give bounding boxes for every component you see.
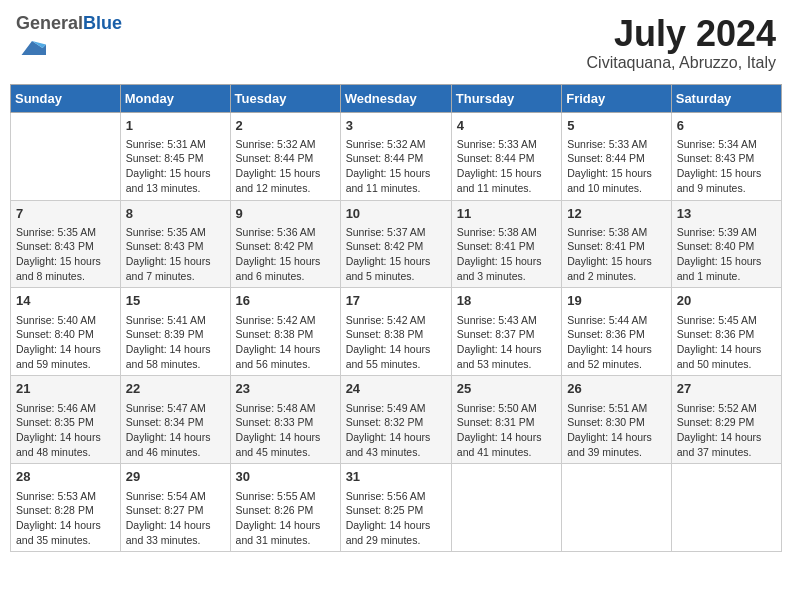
cell-text: Daylight: 14 hours [126,342,225,357]
table-row: 2Sunrise: 5:32 AMSunset: 8:44 PMDaylight… [230,112,340,200]
day-number: 4 [457,117,556,135]
table-row: 25Sunrise: 5:50 AMSunset: 8:31 PMDayligh… [451,376,561,464]
cell-text: and 2 minutes. [567,269,666,284]
cell-text: and 56 minutes. [236,357,335,372]
cell-text: and 1 minute. [677,269,776,284]
cell-text: Sunset: 8:36 PM [677,327,776,342]
table-row [562,464,672,552]
cell-text: Sunset: 8:26 PM [236,503,335,518]
cell-text: Daylight: 15 hours [567,254,666,269]
cell-text: Sunset: 8:41 PM [457,239,556,254]
day-number: 12 [567,205,666,223]
cell-text: Sunrise: 5:42 AM [346,313,446,328]
logo: GeneralBlue [16,14,122,66]
table-row: 29Sunrise: 5:54 AMSunset: 8:27 PMDayligh… [120,464,230,552]
cell-text: Daylight: 15 hours [236,254,335,269]
cell-text: Sunrise: 5:43 AM [457,313,556,328]
cell-text: and 46 minutes. [126,445,225,460]
cell-text: Sunrise: 5:38 AM [567,225,666,240]
table-row: 5Sunrise: 5:33 AMSunset: 8:44 PMDaylight… [562,112,672,200]
cell-text: and 55 minutes. [346,357,446,372]
table-row: 9Sunrise: 5:36 AMSunset: 8:42 PMDaylight… [230,200,340,288]
day-number: 13 [677,205,776,223]
cell-text: Sunrise: 5:51 AM [567,401,666,416]
day-number: 31 [346,468,446,486]
day-number: 26 [567,380,666,398]
cell-text: Sunset: 8:28 PM [16,503,115,518]
table-row: 21Sunrise: 5:46 AMSunset: 8:35 PMDayligh… [11,376,121,464]
day-number: 15 [126,292,225,310]
cell-text: Sunrise: 5:52 AM [677,401,776,416]
cell-text: Sunrise: 5:37 AM [346,225,446,240]
cell-text: Daylight: 14 hours [236,518,335,533]
cell-text: and 9 minutes. [677,181,776,196]
cell-text: Daylight: 15 hours [236,166,335,181]
cell-text: Daylight: 15 hours [346,166,446,181]
calendar-week-row: 1Sunrise: 5:31 AMSunset: 8:45 PMDaylight… [11,112,782,200]
day-number: 20 [677,292,776,310]
table-row: 20Sunrise: 5:45 AMSunset: 8:36 PMDayligh… [671,288,781,376]
cell-text: Sunset: 8:33 PM [236,415,335,430]
cell-text: Sunrise: 5:48 AM [236,401,335,416]
cell-text: and 31 minutes. [236,533,335,548]
cell-text: and 48 minutes. [16,445,115,460]
cell-text: and 7 minutes. [126,269,225,284]
table-row: 13Sunrise: 5:39 AMSunset: 8:40 PMDayligh… [671,200,781,288]
cell-text: and 35 minutes. [16,533,115,548]
cell-text: Sunset: 8:44 PM [236,151,335,166]
logo-blue-text: Blue [83,13,122,33]
day-number: 18 [457,292,556,310]
cell-text: Daylight: 14 hours [346,342,446,357]
title-block: July 2024 Civitaquana, Abruzzo, Italy [587,14,776,72]
table-row: 11Sunrise: 5:38 AMSunset: 8:41 PMDayligh… [451,200,561,288]
cell-text: and 12 minutes. [236,181,335,196]
table-row: 18Sunrise: 5:43 AMSunset: 8:37 PMDayligh… [451,288,561,376]
day-number: 27 [677,380,776,398]
day-number: 3 [346,117,446,135]
day-number: 24 [346,380,446,398]
cell-text: and 39 minutes. [567,445,666,460]
logo-icon [18,34,46,62]
day-number: 5 [567,117,666,135]
location-subtitle: Civitaquana, Abruzzo, Italy [587,54,776,72]
cell-text: Sunset: 8:40 PM [677,239,776,254]
cell-text: Daylight: 15 hours [677,166,776,181]
cell-text: Sunset: 8:43 PM [677,151,776,166]
day-number: 8 [126,205,225,223]
cell-text: Sunset: 8:37 PM [457,327,556,342]
cell-text: Sunset: 8:42 PM [236,239,335,254]
table-row [451,464,561,552]
cell-text: Daylight: 14 hours [126,518,225,533]
cell-text: Sunrise: 5:36 AM [236,225,335,240]
day-number: 14 [16,292,115,310]
month-year-title: July 2024 [587,14,776,54]
cell-text: Daylight: 14 hours [16,430,115,445]
day-number: 23 [236,380,335,398]
cell-text: Daylight: 15 hours [457,254,556,269]
cell-text: Sunrise: 5:42 AM [236,313,335,328]
cell-text: Sunset: 8:43 PM [126,239,225,254]
header-saturday: Saturday [671,84,781,112]
calendar-week-row: 28Sunrise: 5:53 AMSunset: 8:28 PMDayligh… [11,464,782,552]
cell-text: Daylight: 15 hours [567,166,666,181]
cell-text: Daylight: 15 hours [677,254,776,269]
cell-text: Sunset: 8:30 PM [567,415,666,430]
cell-text: Sunset: 8:34 PM [126,415,225,430]
table-row: 23Sunrise: 5:48 AMSunset: 8:33 PMDayligh… [230,376,340,464]
day-number: 6 [677,117,776,135]
header-friday: Friday [562,84,672,112]
table-row: 14Sunrise: 5:40 AMSunset: 8:40 PMDayligh… [11,288,121,376]
cell-text: Sunrise: 5:32 AM [236,137,335,152]
table-row: 15Sunrise: 5:41 AMSunset: 8:39 PMDayligh… [120,288,230,376]
cell-text: Sunset: 8:44 PM [457,151,556,166]
cell-text: Daylight: 14 hours [457,430,556,445]
cell-text: and 3 minutes. [457,269,556,284]
cell-text: Sunrise: 5:33 AM [457,137,556,152]
table-row: 3Sunrise: 5:32 AMSunset: 8:44 PMDaylight… [340,112,451,200]
day-number: 28 [16,468,115,486]
cell-text: and 33 minutes. [126,533,225,548]
cell-text: Daylight: 15 hours [126,254,225,269]
cell-text: Sunrise: 5:47 AM [126,401,225,416]
day-number: 17 [346,292,446,310]
cell-text: Sunset: 8:41 PM [567,239,666,254]
